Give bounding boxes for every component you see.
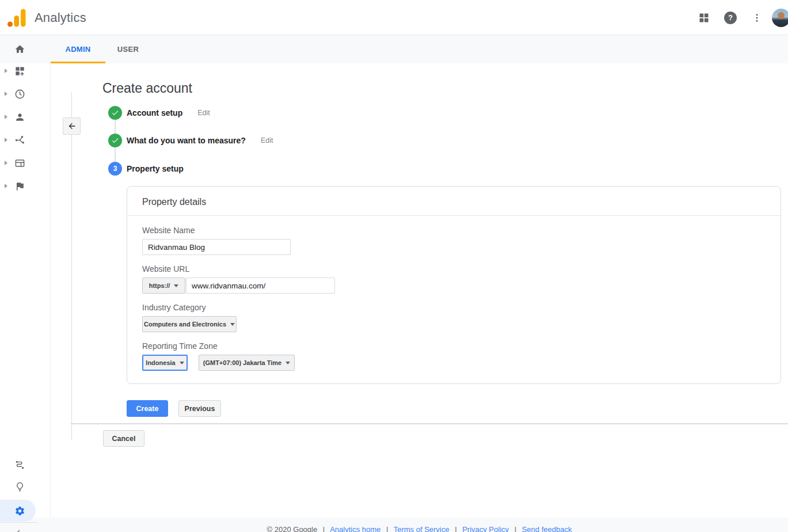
home-icon: [14, 44, 25, 55]
edit-account-setup-link[interactable]: Edit: [197, 109, 210, 117]
time-zone-country-value: Indonesia: [146, 359, 175, 366]
analytics-logo[interactable]: Analytics: [7, 8, 86, 28]
cancel-button[interactable]: Cancel: [103, 430, 144, 447]
wizard-step-account-setup: Account setup Edit: [108, 106, 210, 120]
step-label: Account setup: [127, 108, 182, 117]
help-glyph: ?: [724, 12, 737, 24]
wizard-step-property-setup: 3 Property setup: [108, 162, 184, 176]
tab-admin[interactable]: ADMIN: [51, 35, 105, 63]
user-avatar[interactable]: [772, 9, 788, 27]
sidebar-item-audience[interactable]: [0, 105, 51, 128]
edit-measure-link[interactable]: Edit: [261, 136, 273, 145]
property-details-card: Property details Website Name Website UR…: [127, 186, 781, 384]
website-url-input[interactable]: [186, 278, 335, 294]
analytics-bars-icon: [7, 8, 26, 28]
audience-person-icon: [14, 112, 25, 123]
expand-caret-icon: [5, 92, 7, 96]
time-zone-country-select[interactable]: Indonesia: [142, 355, 188, 371]
terms-of-service-link[interactable]: Terms of Service: [394, 525, 450, 532]
admin-tab-band: ADMIN USER: [0, 35, 788, 63]
step-label: What do you want to measure?: [127, 136, 246, 145]
admin-gear-icon: [14, 506, 25, 516]
chevron-down-icon: [285, 362, 290, 364]
card-title: Property details: [142, 197, 206, 207]
step-connector: [115, 120, 116, 134]
step-done-check-icon: [108, 106, 122, 120]
footer-separator: |: [386, 525, 388, 532]
sidebar-item-admin[interactable]: [0, 500, 36, 522]
time-zone-select[interactable]: (GMT+07:00) Jakarta Time: [199, 355, 295, 371]
sidebar-item-behavior[interactable]: [0, 151, 51, 174]
sidebar-item-realtime[interactable]: [0, 82, 51, 105]
discover-lightbulb-icon: [14, 481, 25, 492]
step-connector: [115, 147, 116, 162]
behavior-window-icon: [14, 158, 25, 169]
create-button[interactable]: Create: [127, 400, 168, 417]
sidebar-item-home[interactable]: [14, 44, 25, 57]
back-button[interactable]: [63, 117, 81, 135]
footer-separator: |: [515, 525, 516, 532]
chevron-down-icon: [174, 284, 178, 287]
sidebar-item-attribution[interactable]: [0, 453, 51, 476]
sidebar-item-discover[interactable]: [0, 475, 51, 498]
url-protocol-select[interactable]: https://: [142, 278, 185, 294]
privacy-policy-link[interactable]: Privacy Policy: [462, 525, 509, 532]
realtime-clock-icon: [14, 89, 25, 100]
expand-caret-icon: [5, 161, 7, 165]
url-protocol-value: https://: [149, 282, 170, 289]
expand-caret-icon: [5, 184, 7, 188]
website-url-label: Website URL: [142, 264, 189, 273]
industry-category-select[interactable]: Computers and Electronics: [142, 316, 237, 332]
card-divider: [127, 215, 781, 216]
top-header: Analytics ?: [0, 0, 788, 35]
tab-user[interactable]: USER: [105, 35, 151, 63]
website-name-label: Website Name: [142, 226, 195, 235]
wizard-step-measure: What do you want to measure? Edit: [108, 134, 273, 147]
analytics-home-link[interactable]: Analytics home: [330, 525, 380, 532]
sidebar-divider: [0, 522, 37, 523]
acquisition-icon: [14, 135, 25, 146]
collapse-sidebar-icon[interactable]: [15, 529, 24, 532]
expand-caret-icon: [5, 115, 7, 119]
help-icon[interactable]: ?: [721, 9, 740, 27]
previous-button[interactable]: Previous: [178, 400, 221, 417]
conversions-flag-icon: [14, 181, 25, 192]
tab-user-label: USER: [117, 45, 139, 54]
footer-separator: |: [455, 525, 456, 532]
tab-admin-label: ADMIN: [65, 45, 90, 54]
footer-separator: |: [323, 525, 325, 532]
attribution-route-icon: [14, 459, 25, 470]
header-actions: ?: [695, 0, 788, 35]
step-done-check-icon: [108, 134, 122, 147]
page-title: Create account: [102, 81, 192, 96]
sidebar-item-acquisition[interactable]: [0, 128, 51, 151]
step-label: Property setup: [127, 164, 184, 173]
reporting-time-zone-label: Reporting Time Zone: [142, 341, 218, 351]
chevron-down-icon: [180, 362, 184, 364]
section-divider: [71, 423, 788, 424]
app-title: Analytics: [35, 10, 86, 25]
apps-grid-icon[interactable]: [695, 9, 713, 27]
send-feedback-link[interactable]: Send feedback: [522, 525, 572, 532]
expand-caret-icon: [5, 138, 7, 142]
wizard-rail-line: [71, 92, 72, 440]
page-footer: © 2020 Google | Analytics home | Terms o…: [0, 518, 788, 532]
time-zone-value: (GMT+07:00) Jakarta Time: [203, 359, 281, 366]
chevron-down-icon: [230, 323, 235, 326]
website-name-input[interactable]: [142, 239, 291, 255]
back-arrow-icon: [67, 121, 77, 131]
left-sidebar: [0, 63, 51, 518]
sidebar-item-conversions[interactable]: [0, 174, 51, 197]
step-number-badge: 3: [108, 162, 122, 176]
expand-caret-icon: [5, 69, 7, 73]
industry-category-value: Computers and Electronics: [144, 321, 226, 328]
copyright-text: © 2020 Google: [267, 525, 318, 532]
customization-icon: [14, 66, 25, 77]
more-vert-icon[interactable]: [748, 9, 766, 27]
industry-category-label: Industry Category: [142, 303, 206, 312]
